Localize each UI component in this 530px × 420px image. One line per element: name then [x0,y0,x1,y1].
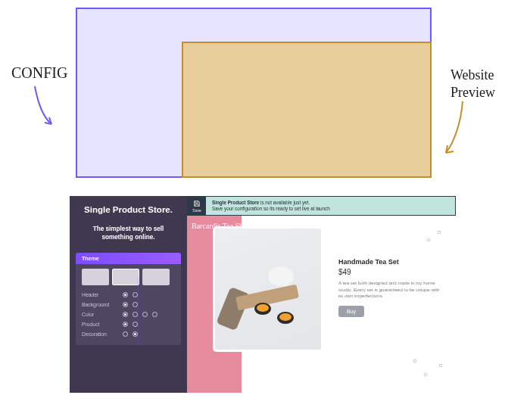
radio-option[interactable] [123,322,128,327]
app-tagline: The simplest way to sell something onlin… [70,222,187,253]
radio-option[interactable] [132,292,138,297]
radio-option[interactable] [123,312,128,317]
decoration-icon [423,372,427,376]
preview-arrow [441,98,467,159]
save-button[interactable]: Save [188,197,206,215]
notification-text: Single Product Store is not available ju… [206,200,336,213]
option-row-header: Header [82,290,175,300]
theme-panel-body: Header Background Color Prod [76,264,181,345]
website-preview: Barcardis Tea Shop Handmade Tea Set $49 … [187,216,456,393]
config-arrow [30,83,61,130]
option-label: Background [82,302,118,307]
notification-line2: Save your configuration so its ready to … [212,206,330,213]
config-label: CONFIG [11,64,67,82]
option-label: Color [82,312,118,317]
radio-option[interactable] [123,302,128,307]
product-image [215,229,321,350]
notification-bar: Save Single Product Store is not availab… [187,196,456,216]
theme-thumb[interactable] [112,269,139,285]
layout-diagram: CONFIG Website Preview [0,0,530,185]
preview-label: Website Preview [450,67,526,102]
save-icon [193,200,201,207]
product-price: $49 [338,268,444,276]
notification-strong: Single Product Store [212,200,259,205]
radio-option[interactable] [152,312,157,317]
product-description: A tea set both designed and made in my h… [338,280,444,300]
panel-timeline-line [138,277,139,345]
decoration-icon [426,238,431,242]
app-title: Single Product Store. [70,196,187,222]
decoration-icon [438,231,441,234]
decoration-icon [439,364,442,367]
radio-option[interactable] [123,331,128,337]
radio-option[interactable] [132,322,138,327]
option-row-decoration: Decoration [82,329,175,339]
option-label: Decoration [82,331,118,337]
option-row-background: Background [82,300,175,310]
app-window: Single Product Store. The simplest way t… [70,196,456,393]
radio-option[interactable] [132,312,138,317]
theme-thumbs [82,269,175,285]
option-row-color: Color [82,310,175,319]
option-row-product: Product [82,319,175,329]
radio-option[interactable] [132,302,138,307]
option-label: Product [82,322,118,327]
theme-thumb[interactable] [82,269,109,285]
radio-option[interactable] [142,312,148,317]
sidebar: Single Product Store. The simplest way t… [70,196,187,393]
product-title: Handmade Tea Set [338,258,444,266]
theme-thumb[interactable] [142,269,170,285]
radio-option[interactable] [123,292,128,297]
preview-region-box [182,42,432,178]
decoration-icon [413,359,416,362]
radio-option[interactable] [132,331,138,337]
buy-button[interactable]: Buy [338,306,364,317]
notification-rest: is not available just yet. [259,200,310,205]
option-label: Header [82,292,118,297]
save-label: Save [192,208,201,213]
product-info: Handmade Tea Set $49 A tea set both desi… [338,258,444,317]
theme-panel-header: Theme [76,253,181,264]
theme-panel: Theme Header Background [76,253,181,345]
